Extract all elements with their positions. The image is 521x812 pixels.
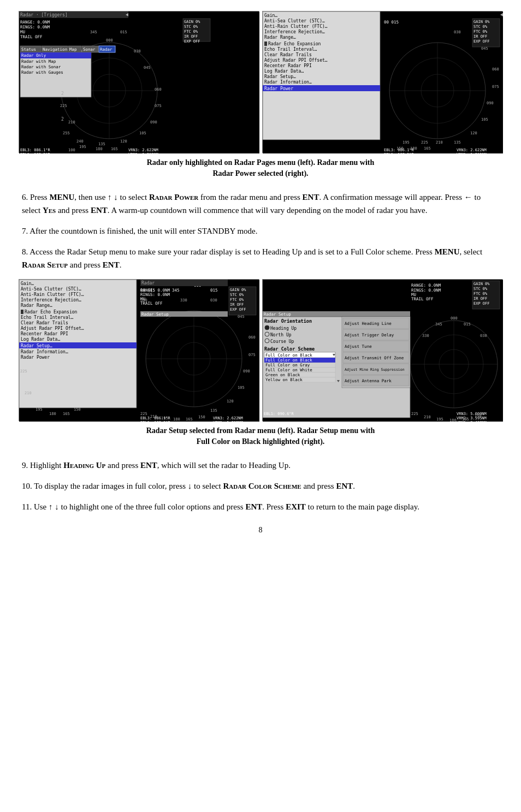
svg-text:Full Color on Gray: Full Color on Gray — [265, 363, 310, 368]
svg-text:EBL3: 086.1°R: EBL3: 086.1°R — [384, 148, 415, 152]
svg-text:VRN3: 5.000NM: VRN3: 5.000NM — [457, 412, 487, 416]
svg-text:Radar: Radar — [141, 281, 155, 286]
svg-text:Anti-Sea Clutter (STC)…: Anti-Sea Clutter (STC)… — [264, 19, 325, 23]
radar-setup-right-svg: GAIN 0% STC 0% FTC 0% IR OFF EXP OFF 000… — [263, 280, 503, 422]
svg-text:GAIN  0%: GAIN 0% — [184, 20, 200, 24]
svg-text:Clear Radar Trails: Clear Radar Trails — [21, 321, 68, 325]
figure-1: Radar · [Triggers] RANGE: 0.0NM RINGS: 0… — [22, 11, 499, 187]
svg-text:Radar Range…: Radar Range… — [264, 35, 296, 40]
svg-text:Radar Power: Radar Power — [264, 86, 293, 91]
page-wrapper: Radar · [Triggers] RANGE: 0.0NM RINGS: 0… — [22, 11, 499, 536]
svg-text:015: 015 — [210, 288, 218, 293]
svg-text:Navigation: Navigation — [43, 47, 67, 52]
svg-text:RINGS: 0.0NM: RINGS: 0.0NM — [20, 25, 50, 29]
svg-text:Adjust Antenna Park: Adjust Antenna Park — [345, 378, 392, 383]
svg-text:Radar Color Scheme: Radar Color Scheme — [264, 346, 315, 352]
svg-text:EXP OFF: EXP OFF — [473, 301, 490, 306]
svg-text:Radar Range…: Radar Range… — [21, 303, 52, 308]
svg-text:STC   0%: STC 0% — [230, 293, 244, 297]
svg-text:VRM1: 2.432NM: VRM1: 2.432NM — [457, 420, 487, 422]
svg-text:Adjust Mine Ring Suppression: Adjust Mine Ring Suppression — [345, 368, 405, 372]
svg-text:TRAIL  OFF: TRAIL OFF — [411, 297, 434, 301]
svg-text:135: 135 — [210, 408, 217, 413]
svg-rect-120 — [21, 310, 23, 314]
svg-text:VRN3: 2.622NM: VRN3: 2.622NM — [128, 148, 158, 152]
radar-pages-panel: Radar · [Triggers] RANGE: 0.0NM RINGS: 0… — [19, 11, 259, 153]
svg-text:000: 000 — [106, 38, 113, 43]
svg-text:Sonar: Sonar — [83, 47, 96, 52]
svg-text:GAIN  0%: GAIN 0% — [230, 288, 246, 292]
radar-power-panel: 00 015 030 045 060 075 090 105 120 135 2… — [262, 11, 502, 153]
figure-1-panels: Radar · [Triggers] RANGE: 0.0NM RINGS: 0… — [22, 11, 499, 153]
svg-text:Radar: Radar — [100, 47, 113, 52]
svg-text:IR  OFF: IR OFF — [473, 297, 487, 301]
svg-text:Anti-Sea Clutter (STC)…: Anti-Sea Clutter (STC)… — [21, 287, 81, 292]
svg-text:RANGE: 0.0NM: RANGE: 0.0NM — [20, 20, 50, 25]
svg-text:105: 105 — [139, 131, 146, 135]
svg-text:030: 030 — [134, 49, 141, 54]
svg-text:Full Color on White: Full Color on White — [265, 368, 312, 372]
svg-text:195: 195 — [161, 416, 168, 420]
svg-text:MU: MU — [20, 29, 25, 34]
svg-text:VRM1: 1.865NM: VRM1: 1.865NM — [457, 152, 487, 153]
svg-text:180: 180 — [173, 417, 180, 422]
svg-text:Heading Up: Heading Up — [270, 326, 297, 331]
svg-text:210: 210 — [436, 140, 443, 145]
svg-text:135: 135 — [98, 142, 105, 146]
svg-text:2: 2 — [61, 117, 64, 122]
radar-setup-left-svg: Gain… Anti-Sea Clutter (STC)… Anti-Rain … — [19, 280, 259, 422]
svg-text:VRN3: 2.622NM: VRN3: 2.622NM — [213, 416, 243, 420]
svg-text:Interference Rejection…: Interference Rejection… — [21, 298, 81, 303]
svg-text:Radar Echo Expansion: Radar Echo Expansion — [25, 310, 78, 315]
radar-setup-right-panel: GAIN 0% STC 0% FTC 0% IR OFF EXP OFF 000… — [262, 279, 502, 421]
svg-text:Radar Power: Radar Power — [21, 355, 50, 360]
svg-text:Anti-Rain Clutter (FTC)…: Anti-Rain Clutter (FTC)… — [21, 292, 84, 297]
svg-text:Echo Trail Interval…: Echo Trail Interval… — [264, 47, 317, 52]
svg-text:165: 165 — [111, 147, 118, 151]
radar-power-svg: 00 015 030 045 060 075 090 105 120 135 2… — [263, 11, 503, 153]
svg-text:Radar Echo Expansion: Radar Echo Expansion — [268, 42, 321, 46]
svg-text:210: 210 — [68, 120, 75, 125]
svg-text:330: 330 — [180, 298, 187, 303]
svg-text:Radar with Gauges: Radar with Gauges — [21, 70, 63, 75]
svg-text:015: 015 — [464, 322, 471, 327]
svg-text:210: 210 — [150, 414, 157, 419]
svg-text:165: 165 — [424, 146, 431, 151]
svg-text:345: 345 — [90, 30, 97, 34]
svg-text:Recenter Radar PPI: Recenter Radar PPI — [21, 331, 68, 336]
svg-text:180: 180 — [96, 147, 103, 151]
svg-text:FTC   0%: FTC 0% — [184, 29, 198, 34]
paragraph-9: 9. Highlight Heading Up and press ENT, w… — [22, 459, 499, 472]
svg-text:015: 015 — [120, 30, 127, 34]
svg-text:Radar · [Triggers]: Radar · [Triggers] — [20, 13, 68, 17]
svg-text:090: 090 — [243, 369, 250, 374]
svg-text:345: 345 — [435, 322, 442, 327]
svg-text:EXP OFF: EXP OFF — [473, 39, 490, 44]
svg-text:EBL1: 138.5°R: EBL1: 138.5°R — [20, 152, 51, 153]
svg-text:195: 195 — [402, 140, 410, 145]
svg-text:105: 105 — [481, 117, 488, 122]
svg-text:Log Radar Data…: Log Radar Data… — [21, 337, 60, 342]
svg-text:225: 225 — [411, 412, 418, 416]
svg-text:120: 120 — [470, 131, 477, 135]
svg-text:STC   0%: STC 0% — [473, 287, 488, 291]
radar-display-svg: Radar · [Triggers] RANGE: 0.0NM RINGS: 0… — [19, 11, 259, 153]
svg-text:Clear Radar Trails: Clear Radar Trails — [264, 52, 312, 57]
svg-text:North Up: North Up — [270, 333, 292, 337]
svg-text:Status: Status — [21, 47, 36, 52]
svg-text:Log Radar Data…: Log Radar Data… — [264, 69, 304, 74]
svg-text:345: 345 — [172, 288, 180, 293]
svg-text:EBL1: 138.5°R: EBL1: 138.5°R — [140, 420, 171, 422]
paragraph-7: 7. After the countdown is finished, the … — [22, 224, 499, 238]
svg-text:FTC   0%: FTC 0% — [473, 292, 488, 296]
paragraph-10: 10. To display the radar images in full … — [22, 479, 499, 493]
svg-text:Radar Setup…: Radar Setup… — [21, 343, 52, 348]
svg-text:150: 150 — [475, 414, 482, 418]
svg-text:GAIN  0%: GAIN 0% — [473, 20, 490, 24]
svg-text:240: 240 — [76, 139, 84, 144]
svg-text:195: 195 — [79, 145, 86, 149]
svg-point-205 — [265, 325, 269, 330]
svg-text:Gain…: Gain… — [21, 281, 34, 286]
svg-text:090: 090 — [487, 101, 494, 105]
svg-text:135: 135 — [454, 140, 461, 145]
